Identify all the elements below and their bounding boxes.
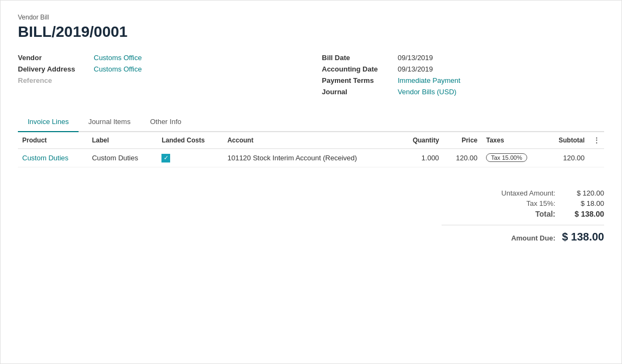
tab-other-info[interactable]: Other Info [140, 112, 191, 132]
bill-date-label: Bill Date [322, 54, 398, 62]
tax-row: Tax 15%: $ 18.00 [442, 199, 604, 207]
vendor-label: Vendor [18, 54, 94, 62]
untaxed-amount-label: Untaxed Amount: [469, 189, 555, 197]
amount-due-label: Amount Due: [469, 234, 555, 242]
cell-subtotal: 120.00 [545, 149, 589, 167]
cell-product: Custom Duties [18, 149, 88, 167]
account-value: 101120 Stock Interim Account (Received) [228, 154, 357, 162]
reference-row: Reference [18, 76, 300, 84]
col-subtotal: Subtotal [545, 132, 589, 149]
cell-account: 101120 Stock Interim Account (Received) [223, 149, 399, 167]
total-value: $ 138.00 [555, 210, 604, 218]
tax-value: $ 18.00 [555, 199, 604, 207]
payment-terms-value[interactable]: Immediate Payment [398, 76, 461, 84]
form-left: Vendor Customs Office Delivery Address C… [18, 54, 300, 99]
product-link[interactable]: Custom Duties [22, 154, 68, 162]
table-row: Custom Duties Custom Duties 101120 Stock… [18, 149, 604, 167]
cell-label: Custom Duties [88, 149, 158, 167]
landed-costs-checkbox[interactable] [161, 154, 170, 162]
untaxed-amount-row: Untaxed Amount: $ 120.00 [442, 189, 604, 197]
col-price: Price [443, 132, 482, 149]
col-taxes: Taxes [482, 132, 545, 149]
bill-date-row: Bill Date 09/13/2019 [322, 54, 604, 62]
payment-terms-row: Payment Terms Immediate Payment [322, 76, 604, 84]
col-account: Account [223, 132, 399, 149]
amount-due-row: Amount Due: $ 138.00 [442, 225, 604, 243]
tax-badge: Tax 15.00% [486, 153, 527, 162]
cell-taxes: Tax 15.00% [482, 149, 545, 167]
payment-terms-label: Payment Terms [322, 76, 398, 84]
total-row: Total: $ 138.00 [442, 210, 604, 218]
form-section: Vendor Customs Office Delivery Address C… [18, 54, 604, 99]
label-value: Custom Duties [92, 154, 138, 162]
table-container: Product Label Landed Costs Account Quant… [18, 132, 604, 167]
subtotal-value: 120.00 [563, 154, 585, 162]
col-landed-costs: Landed Costs [157, 132, 223, 149]
journal-value[interactable]: Vendor Bills (USD) [398, 88, 456, 96]
vendor-row: Vendor Customs Office [18, 54, 300, 62]
journal-label: Journal [322, 88, 398, 96]
bill-date-value: 09/13/2019 [398, 54, 433, 62]
delivery-address-label: Delivery Address [18, 65, 94, 73]
cell-price: 120.00 [443, 149, 482, 167]
row-options-icon[interactable] [589, 149, 604, 167]
totals-section: Untaxed Amount: $ 120.00 Tax 15%: $ 18.0… [18, 180, 604, 245]
price-value: 120.00 [456, 154, 477, 162]
journal-row: Journal Vendor Bills (USD) [322, 88, 604, 96]
col-label: Label [88, 132, 158, 149]
reference-label: Reference [18, 76, 94, 84]
bill-title: BILL/2019/0001 [18, 23, 604, 41]
col-options-icon[interactable]: ⋮ [589, 132, 604, 149]
quantity-value: 1.000 [422, 154, 439, 162]
untaxed-amount-value: $ 120.00 [555, 189, 604, 197]
tab-journal-items[interactable]: Journal Items [79, 112, 140, 132]
amount-due-value: $ 138.00 [555, 231, 604, 243]
cell-quantity: 1.000 [399, 149, 443, 167]
cell-landed-costs[interactable] [157, 149, 223, 167]
total-label: Total: [469, 210, 555, 218]
accounting-date-value: 09/13/2019 [398, 65, 433, 73]
col-quantity: Quantity [399, 132, 443, 149]
vendor-bill-label: Vendor Bill [18, 14, 604, 21]
vendor-value[interactable]: Customs Office [94, 54, 142, 62]
invoice-lines-table: Product Label Landed Costs Account Quant… [18, 132, 604, 167]
totals-table: Untaxed Amount: $ 120.00 Tax 15%: $ 18.0… [442, 189, 604, 245]
accounting-date-label: Accounting Date [322, 65, 398, 73]
form-right: Bill Date 09/13/2019 Accounting Date 09/… [322, 54, 604, 99]
accounting-date-row: Accounting Date 09/13/2019 [322, 65, 604, 73]
col-product: Product [18, 132, 88, 149]
table-header-row: Product Label Landed Costs Account Quant… [18, 132, 604, 149]
page-wrapper: Vendor Bill BILL/2019/0001 Vendor Custom… [0, 0, 622, 364]
delivery-address-row: Delivery Address Customs Office [18, 65, 300, 73]
tax-label: Tax 15%: [469, 199, 555, 207]
delivery-address-value[interactable]: Customs Office [94, 65, 142, 73]
tabs: Invoice Lines Journal Items Other Info [18, 112, 604, 132]
tab-invoice-lines[interactable]: Invoice Lines [18, 112, 79, 132]
